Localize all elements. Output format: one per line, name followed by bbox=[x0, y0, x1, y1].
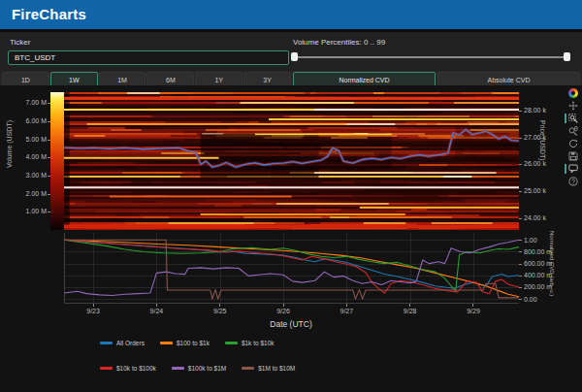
cvd-tick-label: 0.00 bbox=[524, 296, 537, 303]
volume-tick-label: 1.00 M bbox=[14, 208, 47, 214]
legend-label: $100 to $1k bbox=[177, 340, 210, 346]
volume-tick-mark bbox=[48, 212, 50, 212]
ticker-input[interactable] bbox=[8, 50, 289, 65]
cvd-tick-mark bbox=[519, 299, 522, 300]
legend-swatch bbox=[160, 342, 173, 344]
normalized-cvd-plot[interactable] bbox=[64, 233, 519, 304]
help-tool-icon[interactable] bbox=[567, 176, 579, 187]
legend-item[interactable]: $100 to $1k bbox=[160, 340, 210, 346]
volume-tick-mark bbox=[48, 194, 50, 195]
volume-tick-mark bbox=[48, 121, 50, 122]
date-tick-mark bbox=[219, 304, 220, 307]
volume-tick-label: 2.00 M bbox=[14, 190, 47, 197]
volume-axis-title: Volume (USDT) bbox=[6, 120, 13, 168]
bokeh-logo-icon[interactable] bbox=[567, 87, 579, 99]
controls-panel: Ticker Volume Percentiles: 0 .. 99 1D1W1… bbox=[0, 29, 582, 85]
date-axis-title: Date (UTC) bbox=[0, 319, 582, 329]
legend-label: $100k to $1M bbox=[188, 365, 226, 372]
pan-tool-icon[interactable] bbox=[567, 100, 579, 112]
date-tick-label: 9/26 bbox=[276, 308, 290, 314]
date-tick-label: 9/28 bbox=[404, 308, 417, 314]
legend-swatch bbox=[100, 367, 113, 370]
cvd-tick-label: 600.00 m bbox=[524, 260, 552, 267]
chart-area[interactable]: Volume (USDT) Price (USDT) Normalized CV… bbox=[0, 85, 582, 392]
cvd-tick-mark bbox=[519, 251, 522, 252]
legend-swatch bbox=[100, 342, 113, 344]
volume-tick-label: 6.00 M bbox=[14, 117, 47, 124]
box-zoom-tool-icon[interactable] bbox=[567, 113, 579, 124]
date-tick-mark bbox=[283, 304, 284, 307]
hover-tool-icon[interactable] bbox=[567, 163, 579, 175]
volume-tick-label: 7.00 M bbox=[14, 99, 47, 106]
legend-row-1: All Orders$100 to $1k$1k to $10k bbox=[100, 340, 275, 346]
cvd-tick-label: 200.00 m bbox=[524, 283, 552, 290]
ticker-label: Ticker bbox=[10, 38, 30, 47]
price-tick-label: 28.00 k bbox=[524, 107, 546, 114]
date-tick-mark bbox=[346, 304, 347, 307]
price-tick-label: 25.00 k bbox=[524, 187, 546, 194]
legend-swatch bbox=[225, 342, 238, 344]
date-tick-label: 9/24 bbox=[150, 308, 164, 314]
volume-tick-label: 3.00 M bbox=[14, 172, 47, 179]
wheel-zoom-tool-icon[interactable] bbox=[567, 125, 579, 137]
legend-label: All Orders bbox=[116, 340, 145, 346]
percentile-slider-handle-min[interactable] bbox=[291, 52, 298, 61]
legend-swatch bbox=[172, 367, 184, 370]
volume-tick-mark bbox=[48, 157, 50, 158]
volume-tick-label: 4.00 M bbox=[14, 153, 47, 160]
volume-tick-label: 5.00 M bbox=[14, 136, 47, 143]
volume-tick-mark bbox=[48, 140, 50, 141]
volume-percentiles-label: Volume Percentiles: 0 .. 99 bbox=[293, 38, 385, 47]
plot-toolbar bbox=[566, 87, 580, 188]
cvd-tick-mark bbox=[519, 264, 522, 265]
legend-item[interactable]: All Orders bbox=[100, 340, 145, 346]
price-tick-mark bbox=[519, 111, 522, 112]
cvd-tick-mark bbox=[519, 276, 522, 277]
price-tick-label: 27.00 k bbox=[524, 134, 546, 141]
legend-item[interactable]: $10k to $100k bbox=[100, 365, 156, 372]
cvd-tick-label: 400.00 m bbox=[524, 272, 552, 278]
reset-tool-icon[interactable] bbox=[567, 138, 579, 149]
cvd-tick-label: 800.00 m bbox=[524, 248, 552, 255]
volume-tick-mark bbox=[48, 176, 50, 177]
legend-swatch bbox=[242, 367, 254, 370]
bokeh-logo-icon bbox=[568, 88, 578, 98]
legend-label: $1M to $10M bbox=[258, 365, 295, 372]
cvd-tick-mark bbox=[519, 287, 522, 288]
cvd-tick-label: 1.00 bbox=[524, 237, 537, 244]
date-tick-mark bbox=[472, 304, 473, 307]
date-tick-mark bbox=[93, 304, 94, 307]
volume-heatmap-price-plot[interactable] bbox=[64, 92, 519, 230]
legend-item[interactable]: $100k to $1M bbox=[172, 365, 226, 372]
legend-label: $10k to $100k bbox=[116, 365, 156, 372]
app-header: FireCharts bbox=[0, 0, 582, 29]
volume-tick-mark bbox=[48, 103, 50, 104]
price-tick-mark bbox=[519, 138, 522, 139]
price-tick-label: 24.00 k bbox=[524, 214, 546, 221]
date-tick-label: 9/25 bbox=[213, 308, 227, 314]
date-tick-label: 9/29 bbox=[467, 308, 480, 314]
date-tick-label: 9/27 bbox=[340, 308, 354, 314]
percentile-slider-track[interactable] bbox=[293, 56, 570, 58]
app-title: FireCharts bbox=[12, 6, 86, 22]
legend-item[interactable]: $1M to $10M bbox=[242, 365, 295, 372]
price-tick-label: 26.00 k bbox=[524, 160, 546, 167]
date-tick-label: 9/23 bbox=[86, 308, 100, 314]
cvd-tick-mark bbox=[519, 240, 522, 241]
firecharts-app: FireCharts Ticker Volume Percentiles: 0 … bbox=[0, 0, 582, 392]
percentile-slider-handle-max[interactable] bbox=[564, 52, 570, 61]
price-tick-mark bbox=[519, 164, 522, 165]
save-tool-icon[interactable] bbox=[567, 150, 579, 162]
legend-label: $1k to $10k bbox=[242, 340, 275, 346]
legend-row-2: $10k to $100k$100k to $1M$1M to $10M bbox=[100, 365, 295, 372]
date-tick-mark bbox=[409, 304, 410, 307]
date-tick-mark bbox=[156, 304, 157, 307]
price-tick-mark bbox=[519, 191, 522, 192]
legend-item[interactable]: $1k to $10k bbox=[225, 340, 275, 346]
price-tick-mark bbox=[519, 218, 522, 219]
